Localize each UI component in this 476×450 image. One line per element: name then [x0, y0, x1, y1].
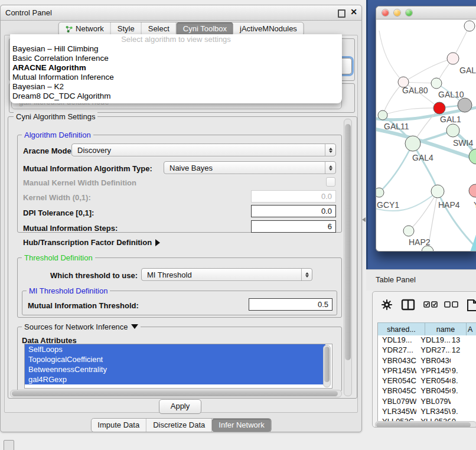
tab-cyni-toolbox[interactable]: Cyni Toolbox	[177, 22, 233, 35]
mac-close-icon[interactable]	[382, 9, 389, 16]
network-node[interactable]	[458, 98, 472, 112]
network-node-label: GCY1	[377, 200, 399, 210]
attribute-list-item-selected[interactable]: gal4RGexp	[25, 374, 325, 384]
sources-legend[interactable]: Sources for Network Inference	[22, 322, 141, 331]
tab-impute-data[interactable]: Impute Data	[91, 419, 146, 432]
attribute-list-item-selected[interactable]: TopologicalCoefficient	[25, 354, 325, 364]
column-header-a[interactable]: A	[467, 323, 476, 336]
network-node-gal1[interactable]	[433, 102, 445, 114]
deselect-all-icon[interactable]	[444, 301, 458, 308]
attribute-list-item-selected[interactable]: SelfLoops	[25, 344, 325, 354]
network-edge[interactable]	[409, 191, 438, 231]
table-row[interactable]: YBR043CYBR043C	[378, 356, 476, 366]
attribute-list-item-selected[interactable]: BetweennessCentrality	[25, 364, 325, 374]
table-row[interactable]: YDR27...YDR27...12	[378, 345, 476, 356]
split-view-icon[interactable]	[401, 299, 415, 311]
which-threshold-label: Which threshold to use:	[50, 271, 138, 280]
aracne-mode-label: Aracne Mode:	[23, 146, 74, 155]
algorithm-option[interactable]: Bayesian – K2	[10, 82, 342, 92]
network-node-gal10[interactable]	[431, 78, 442, 89]
table-row[interactable]: YPR145WYPR145W9.	[378, 366, 476, 376]
apply-button[interactable]: Apply	[159, 399, 201, 414]
mac-zoom-icon[interactable]	[406, 9, 412, 16]
network-node-y[interactable]	[469, 184, 476, 197]
network-node[interactable]	[464, 21, 475, 31]
network-edge[interactable]	[379, 144, 413, 193]
column-header-shared[interactable]: shared...	[378, 323, 425, 336]
algorithm-option[interactable]: Mutual Information Inference	[10, 73, 342, 82]
which-threshold-combobox[interactable]: MI Threshold	[141, 268, 312, 281]
table-row[interactable]: YBR045CYBR045C9.	[378, 386, 476, 396]
network-canvas[interactable]: GALGAL80GAL10GAL1GAL11GAL4SWI4GCY1HAP4YH…	[376, 19, 476, 251]
algorithm-option[interactable]: Bayesian – Hill Climbing	[10, 44, 342, 54]
mi-steps-field[interactable]: 6	[251, 220, 336, 233]
network-edge[interactable]	[465, 207, 476, 251]
network-edge[interactable]	[383, 108, 439, 115]
network-edge[interactable]	[383, 82, 403, 115]
table-row[interactable]: YDL19...YDL19...13	[378, 335, 476, 345]
network-node[interactable]	[469, 149, 476, 164]
cyni-settings-legend: Cyni Algorithm Settings	[14, 112, 97, 121]
tab-label: Network	[76, 22, 104, 35]
dpi-tolerance-field[interactable]: 0.0	[251, 205, 336, 217]
tab-network[interactable]: Network	[58, 22, 111, 35]
page-icon[interactable]	[466, 299, 476, 312]
gear-icon[interactable]	[381, 299, 393, 311]
table-row[interactable]: YBL079WYBL079W	[378, 397, 476, 407]
tab-label: Cyni Toolbox	[183, 22, 227, 35]
close-icon[interactable]: ✕	[350, 7, 357, 17]
table-cell: YBR043C	[378, 356, 416, 366]
mac-minimize-icon[interactable]	[394, 9, 400, 16]
hub-definition-toggle[interactable]: Hub/Transcription Factor Definition	[23, 238, 160, 247]
network-node-gcy1[interactable]	[376, 188, 384, 197]
tab-discretize-data[interactable]: Discretize Data	[146, 419, 212, 432]
network-node-gal11[interactable]	[378, 110, 387, 120]
tab-jactivemnodules[interactable]: jActiveMNodules	[233, 22, 304, 35]
table-row[interactable]: YLL053CYLL053C0.	[378, 417, 476, 421]
network-edge[interactable]	[379, 31, 403, 82]
table-cell: 9.	[451, 386, 476, 396]
algorithm-option[interactable]: Basic Correlation Inference	[10, 54, 342, 63]
float-window-icon[interactable]	[338, 9, 345, 18]
settings-vertical-scrollbar[interactable]	[344, 119, 352, 396]
table-body[interactable]: YDL19...YDL19...13YDR27...YDR27...12YBR0…	[377, 335, 476, 421]
network-node-hap2[interactable]	[403, 226, 414, 236]
tab-style[interactable]: Style	[111, 22, 142, 35]
dock-panel-icon[interactable]	[4, 440, 14, 450]
mi-threshold-field[interactable]: 0.5	[249, 298, 332, 311]
network-node-label: GAL4	[412, 153, 433, 162]
settings-horizontal-scrollbar[interactable]	[10, 390, 342, 397]
mi-type-combobox[interactable]: Naive Bayes	[164, 161, 336, 174]
tab-infer-network[interactable]: Infer Network	[212, 419, 270, 432]
select-all-icon[interactable]	[423, 301, 438, 308]
network-node-hap4[interactable]	[431, 185, 444, 198]
column-header-name[interactable]: name	[425, 323, 467, 336]
hub-definition-label: Hub/Transcription Factor Definition	[23, 238, 152, 247]
network-edge[interactable]	[413, 144, 438, 191]
splitpane-collapse-handle[interactable]	[362, 217, 366, 222]
algorithm-option[interactable]: ARACNE Algorithm	[10, 63, 342, 73]
table-row[interactable]: YLR345WYLR345W9.	[378, 407, 476, 417]
kernel-width-label: Kernel Width (0,1):	[23, 193, 91, 202]
kernel-width-field[interactable]: 0.0	[251, 190, 336, 203]
table-cell: YBR043C	[416, 356, 450, 366]
network-node-gal[interactable]	[447, 53, 459, 64]
cyni-bottom-tabbar: Impute DataDiscretize DataInfer Network	[90, 418, 271, 432]
aracne-mode-combobox[interactable]: Discovery	[71, 144, 336, 156]
table-header-row[interactable]: shared...nameA	[377, 322, 476, 337]
algorithm-option[interactable]: Dream8 DC_TDC Algorithm	[10, 92, 342, 101]
manual-kernel-checkbox[interactable]	[326, 177, 335, 187]
tab-select[interactable]: Select	[142, 22, 177, 35]
network-node-label: GAL11	[384, 122, 409, 131]
network-icon	[65, 25, 73, 33]
network-node-gal4[interactable]	[405, 136, 420, 151]
network-node-label: GAL	[459, 66, 476, 75]
table-horizontal-scrollbar[interactable]	[375, 421, 476, 428]
network-node-swi4[interactable]	[446, 124, 459, 137]
network-edge[interactable]	[403, 58, 453, 82]
attribute-list[interactable]: SelfLoopsTopologicalCoefficientBetweenne…	[24, 344, 332, 389]
attribute-list-scrollbar[interactable]	[323, 345, 331, 387]
table-cell: 9.	[451, 366, 476, 376]
aracne-mode-value: Discovery	[77, 146, 111, 155]
table-row[interactable]: YER054CYER054C8.	[378, 376, 476, 386]
